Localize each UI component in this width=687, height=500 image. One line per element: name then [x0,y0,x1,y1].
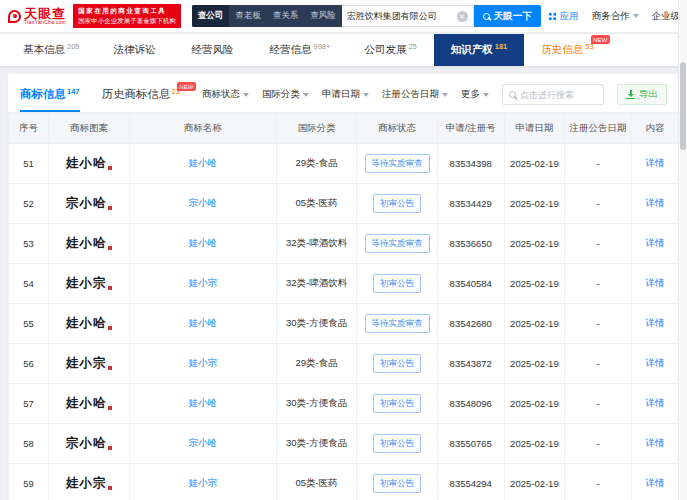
chevron-down-icon [633,14,639,18]
filter-label: 申请日期 [322,88,360,101]
subtab-trademark-info[interactable]: 商标信息147 [20,87,80,112]
business-cooperation-menu[interactable]: 商务合作 [592,10,639,23]
chevron-down-icon [363,93,369,97]
detail-link[interactable]: 详情 [646,197,665,208]
trademark-name-link[interactable]: 娃小哈 [189,157,218,168]
tianyancha-logo[interactable]: 天眼查 TianYanCha.com [8,7,66,25]
subtab-history-trademark-info[interactable]: 历史商标信息23 NEW [102,87,180,112]
detail-link[interactable]: 详情 [646,277,665,288]
trademark-name-link[interactable]: 宗小哈 [189,437,218,448]
main-tab-6[interactable]: 知识产权181 [434,34,525,66]
trademark-image[interactable]: 娃小哈 [66,395,113,412]
clear-search-icon[interactable]: ✕ [457,11,468,22]
trademark-name-link[interactable]: 娃小宗 [189,477,218,488]
eye-logo-icon [8,10,21,23]
detail-link[interactable]: 详情 [646,157,665,168]
search-button[interactable]: 天眼一下 [474,5,541,27]
search-tab-boss[interactable]: 查老板 [229,5,267,27]
filter-trademark-status[interactable]: 商标状态 [202,88,249,101]
cooperation-label: 商务合作 [592,10,630,23]
table-search-box[interactable] [502,84,604,105]
trademark-name-link[interactable]: 娃小宗 [189,277,218,288]
trademark-name-link[interactable]: 娃小宗 [189,357,218,368]
chevron-down-icon [442,93,448,97]
table-search-input[interactable] [520,90,597,100]
main-tab-4[interactable]: 经营信息998+ [253,34,348,66]
trademark-name-link[interactable]: 娃小哈 [189,317,218,328]
main-tab-2[interactable]: 法律诉讼 [97,34,175,66]
row-reg-no: 83534398 [437,144,504,184]
filter-publication-date[interactable]: 注册公告日期 [382,88,448,101]
apps-label: 应用 [560,10,579,23]
subtab-label: 历史商标信息 [102,88,171,100]
tab-label: 基本信息 [23,43,65,57]
main-tab-5[interactable]: 公司发展25 [347,34,433,66]
trademark-image[interactable]: 娃小宗 [66,275,113,292]
table-row: 51 娃小哈 娃小哈 29类-食品 等待实质审查 83534398 2025-0… [9,144,679,184]
col-header-apply-date: 申请日期 [504,114,564,144]
status-badge: 初审公告 [373,394,421,413]
detail-link[interactable]: 详情 [646,437,665,448]
search-icon [483,13,490,20]
search-tab-relation[interactable]: 查关系 [267,5,305,27]
trademark-image-text: 娃小哈 [66,235,107,252]
trademark-image[interactable]: 娃小哈 [66,155,113,172]
row-pub-date: - [565,304,632,344]
row-pub-date: - [565,224,632,264]
search-tab-company[interactable]: 查公司 [192,5,230,27]
trademark-name-link[interactable]: 宗小哈 [189,197,218,208]
trademark-name-link[interactable]: 娃小哈 [189,397,218,408]
main-tab-3[interactable]: 经营风险 [175,34,253,66]
trademark-section-card: 商标信息147 历史商标信息23 NEW 商标状态 国际分类 申请日期 注册公告… [8,74,679,500]
search-input[interactable] [347,11,457,21]
export-button[interactable]: 导出 [617,84,667,105]
apps-menu[interactable]: 应用 [548,10,579,23]
trademark-table: 序号 商标图案 商标名称 国际分类 商标状态 申请/注册号 申请日期 注册公告日… [8,113,679,500]
seal-icon [108,166,112,170]
detail-link[interactable]: 详情 [646,317,665,328]
filter-more[interactable]: 更多 [461,88,489,101]
trademark-name-link[interactable]: 娃小哈 [189,237,218,248]
new-badge: NEW [177,82,196,91]
trademark-image[interactable]: 娃小哈 [66,235,113,252]
table-row: 59 娃小宗 娃小宗 05类-医药 初审公告 83554294 2025-02-… [9,464,679,500]
page-scrollbar[interactable] [678,0,687,500]
table-row: 57 娃小哈 娃小哈 30类-方便食品 初审公告 83548096 2025-0… [9,384,679,424]
tab-label: 法律诉讼 [114,43,156,57]
detail-link[interactable]: 详情 [646,357,665,368]
trademark-image[interactable]: 宗小哈 [66,195,113,212]
row-reg-no: 83554294 [437,464,504,500]
trademark-image[interactable]: 宗小哈 [66,435,113,452]
trademark-image[interactable]: 娃小宗 [66,475,113,492]
detail-link[interactable]: 详情 [646,397,665,408]
trademark-image-text: 娃小哈 [66,315,107,332]
trademark-image[interactable]: 娃小哈 [66,315,113,332]
tab-label: 经营风险 [192,43,234,57]
main-tab-7[interactable]: 历史信息53 NEW [524,34,610,66]
row-reg-no: 83543872 [437,344,504,384]
row-apply-date: 2025-02-19 [504,424,564,464]
status-badge: 初审公告 [373,354,421,373]
table-row: 56 娃小宗 娃小宗 29类-食品 初审公告 83543872 2025-02-… [9,344,679,384]
scrollbar-thumb[interactable] [680,62,686,150]
top-bar: 天眼查 TianYanCha.com 国家在用的商业查询工具 国家中小企业发展子… [0,0,687,32]
filter-apply-date[interactable]: 申请日期 [322,88,369,101]
row-reg-no: 83534429 [437,184,504,224]
status-badge: 等待实质审查 [365,154,430,173]
detail-link[interactable]: 详情 [646,477,665,488]
row-category: 30类-方便食品 [276,424,356,464]
search-button-label: 天眼一下 [494,10,532,23]
detail-link[interactable]: 详情 [646,237,665,248]
row-apply-date: 2025-02-19 [504,184,564,224]
filter-intl-class[interactable]: 国际分类 [262,88,309,101]
row-seq: 53 [9,224,49,264]
trademark-image[interactable]: 娃小宗 [66,355,113,372]
main-tab-1[interactable]: 基本信息205 [6,34,97,66]
status-badge: 初审公告 [373,474,421,493]
row-reg-no: 83536650 [437,224,504,264]
seal-icon [108,406,112,410]
search-tab-risk[interactable]: 查风险 [304,5,342,27]
subtabs: 商标信息147 历史商标信息23 NEW [20,87,180,112]
row-reg-no: 83540584 [437,264,504,304]
tab-count: 181 [495,42,508,51]
